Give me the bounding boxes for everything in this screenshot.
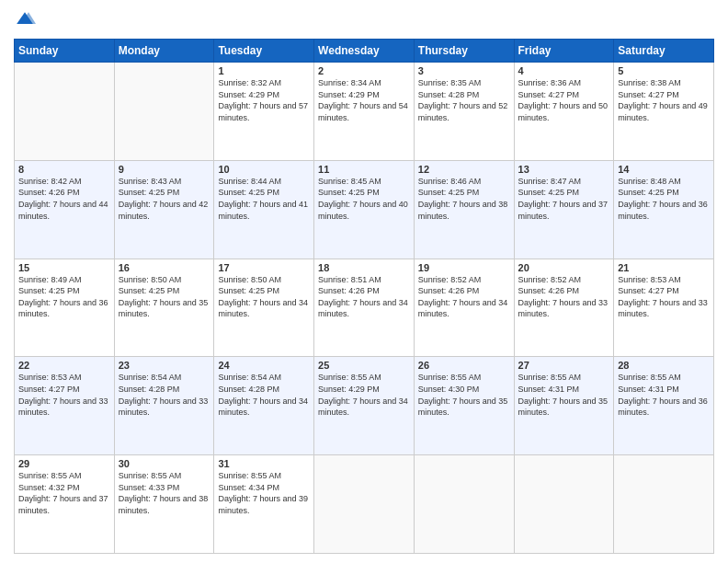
- day-number: 23: [119, 360, 210, 371]
- calendar-cell: 10Sunrise: 8:44 AMSunset: 4:25 PMDayligh…: [214, 160, 314, 259]
- day-number: 8: [18, 164, 110, 175]
- day-number: 9: [119, 164, 210, 175]
- day-number: 13: [518, 164, 610, 175]
- day-number: 15: [18, 262, 110, 273]
- day-number: 3: [418, 65, 510, 76]
- day-info: Sunrise: 8:55 AMSunset: 4:29 PMDaylight:…: [318, 372, 410, 418]
- calendar-cell: 24Sunrise: 8:54 AMSunset: 4:28 PMDayligh…: [214, 357, 314, 455]
- day-number: 27: [518, 360, 610, 371]
- logo: [14, 9, 40, 31]
- day-number: 16: [119, 262, 210, 273]
- day-info: Sunrise: 8:38 AMSunset: 4:27 PMDaylight:…: [618, 77, 710, 123]
- header: [14, 9, 714, 31]
- calendar-cell: 14Sunrise: 8:48 AMSunset: 4:25 PMDayligh…: [614, 160, 714, 259]
- calendar-cell: 11Sunrise: 8:45 AMSunset: 4:25 PMDayligh…: [314, 160, 415, 259]
- day-info: Sunrise: 8:35 AMSunset: 4:28 PMDaylight:…: [418, 77, 510, 123]
- day-number: 14: [618, 164, 710, 175]
- day-info: Sunrise: 8:50 AMSunset: 4:25 PMDaylight:…: [218, 274, 310, 320]
- day-header-tuesday: Tuesday: [214, 40, 314, 63]
- calendar-cell: 17Sunrise: 8:50 AMSunset: 4:25 PMDayligh…: [214, 259, 314, 357]
- calendar-cell: 27Sunrise: 8:55 AMSunset: 4:31 PMDayligh…: [514, 357, 614, 455]
- day-number: 4: [518, 65, 610, 76]
- calendar-cell: 22Sunrise: 8:53 AMSunset: 4:27 PMDayligh…: [15, 357, 115, 455]
- week-row-1: 1Sunrise: 8:32 AMSunset: 4:29 PMDaylight…: [15, 63, 714, 161]
- calendar-cell: 26Sunrise: 8:55 AMSunset: 4:30 PMDayligh…: [414, 357, 514, 455]
- calendar-cell: 12Sunrise: 8:46 AMSunset: 4:25 PMDayligh…: [414, 160, 514, 259]
- day-info: Sunrise: 8:42 AMSunset: 4:26 PMDaylight:…: [18, 176, 110, 222]
- calendar-cell: 28Sunrise: 8:55 AMSunset: 4:31 PMDayligh…: [614, 357, 714, 455]
- calendar-cell: 2Sunrise: 8:34 AMSunset: 4:29 PMDaylight…: [314, 63, 415, 161]
- day-number: 21: [618, 262, 710, 273]
- day-number: 30: [119, 458, 210, 469]
- day-info: Sunrise: 8:54 AMSunset: 4:28 PMDaylight:…: [218, 372, 310, 418]
- day-info: Sunrise: 8:46 AMSunset: 4:25 PMDaylight:…: [418, 176, 510, 222]
- day-number: 25: [318, 360, 410, 371]
- day-number: 12: [418, 164, 510, 175]
- calendar-cell: 19Sunrise: 8:52 AMSunset: 4:26 PMDayligh…: [414, 259, 514, 357]
- calendar-cell: 15Sunrise: 8:49 AMSunset: 4:25 PMDayligh…: [15, 259, 115, 357]
- day-info: Sunrise: 8:52 AMSunset: 4:26 PMDaylight:…: [418, 274, 510, 320]
- page: SundayMondayTuesdayWednesdayThursdayFrid…: [0, 0, 728, 563]
- day-info: Sunrise: 8:43 AMSunset: 4:25 PMDaylight:…: [119, 176, 210, 222]
- calendar-cell: 20Sunrise: 8:52 AMSunset: 4:26 PMDayligh…: [514, 259, 614, 357]
- day-info: Sunrise: 8:48 AMSunset: 4:25 PMDaylight:…: [618, 176, 710, 222]
- week-row-4: 22Sunrise: 8:53 AMSunset: 4:27 PMDayligh…: [15, 357, 714, 455]
- day-number: 17: [218, 262, 310, 273]
- day-info: Sunrise: 8:55 AMSunset: 4:31 PMDaylight:…: [618, 372, 710, 418]
- day-header-friday: Friday: [514, 40, 614, 63]
- day-info: Sunrise: 8:55 AMSunset: 4:32 PMDaylight:…: [18, 470, 110, 516]
- logo-icon: [14, 9, 36, 31]
- calendar-cell: 21Sunrise: 8:53 AMSunset: 4:27 PMDayligh…: [614, 259, 714, 357]
- day-info: Sunrise: 8:49 AMSunset: 4:25 PMDaylight:…: [18, 274, 110, 320]
- day-info: Sunrise: 8:55 AMSunset: 4:33 PMDaylight:…: [119, 470, 210, 516]
- calendar-cell: 23Sunrise: 8:54 AMSunset: 4:28 PMDayligh…: [114, 357, 214, 455]
- day-info: Sunrise: 8:44 AMSunset: 4:25 PMDaylight:…: [218, 176, 310, 222]
- calendar-cell: 16Sunrise: 8:50 AMSunset: 4:25 PMDayligh…: [114, 259, 214, 357]
- calendar-cell: [614, 455, 714, 554]
- week-row-5: 29Sunrise: 8:55 AMSunset: 4:32 PMDayligh…: [15, 455, 714, 554]
- day-info: Sunrise: 8:34 AMSunset: 4:29 PMDaylight:…: [318, 77, 410, 123]
- day-header-monday: Monday: [114, 40, 214, 63]
- calendar-cell: 8Sunrise: 8:42 AMSunset: 4:26 PMDaylight…: [15, 160, 115, 259]
- calendar-cell: 18Sunrise: 8:51 AMSunset: 4:26 PMDayligh…: [314, 259, 415, 357]
- day-header-wednesday: Wednesday: [314, 40, 415, 63]
- day-number: 10: [218, 164, 310, 175]
- day-number: 1: [218, 65, 310, 76]
- day-info: Sunrise: 8:53 AMSunset: 4:27 PMDaylight:…: [18, 372, 110, 418]
- calendar-body: 1Sunrise: 8:32 AMSunset: 4:29 PMDaylight…: [15, 63, 714, 554]
- day-info: Sunrise: 8:47 AMSunset: 4:25 PMDaylight:…: [518, 176, 610, 222]
- calendar-cell: [114, 63, 214, 161]
- calendar-table: SundayMondayTuesdayWednesdayThursdayFrid…: [14, 39, 714, 554]
- day-info: Sunrise: 8:51 AMSunset: 4:26 PMDaylight:…: [318, 274, 410, 320]
- day-number: 2: [318, 65, 410, 76]
- day-number: 26: [418, 360, 510, 371]
- day-number: 24: [218, 360, 310, 371]
- calendar-cell: [15, 63, 115, 161]
- day-number: 29: [18, 458, 110, 469]
- calendar-cell: 13Sunrise: 8:47 AMSunset: 4:25 PMDayligh…: [514, 160, 614, 259]
- calendar-cell: 1Sunrise: 8:32 AMSunset: 4:29 PMDaylight…: [214, 63, 314, 161]
- day-number: 20: [518, 262, 610, 273]
- calendar-cell: [314, 455, 415, 554]
- calendar-cell: [414, 455, 514, 554]
- day-info: Sunrise: 8:55 AMSunset: 4:34 PMDaylight:…: [218, 470, 310, 516]
- day-info: Sunrise: 8:32 AMSunset: 4:29 PMDaylight:…: [218, 77, 310, 123]
- calendar-cell: 9Sunrise: 8:43 AMSunset: 4:25 PMDaylight…: [114, 160, 214, 259]
- day-info: Sunrise: 8:55 AMSunset: 4:31 PMDaylight:…: [518, 372, 610, 418]
- calendar-cell: 30Sunrise: 8:55 AMSunset: 4:33 PMDayligh…: [114, 455, 214, 554]
- day-info: Sunrise: 8:53 AMSunset: 4:27 PMDaylight:…: [618, 274, 710, 320]
- day-of-week-header-row: SundayMondayTuesdayWednesdayThursdayFrid…: [15, 40, 714, 63]
- calendar-cell: 5Sunrise: 8:38 AMSunset: 4:27 PMDaylight…: [614, 63, 714, 161]
- day-info: Sunrise: 8:55 AMSunset: 4:30 PMDaylight:…: [418, 372, 510, 418]
- day-info: Sunrise: 8:54 AMSunset: 4:28 PMDaylight:…: [119, 372, 210, 418]
- week-row-3: 15Sunrise: 8:49 AMSunset: 4:25 PMDayligh…: [15, 259, 714, 357]
- day-number: 19: [418, 262, 510, 273]
- day-header-thursday: Thursday: [414, 40, 514, 63]
- day-info: Sunrise: 8:52 AMSunset: 4:26 PMDaylight:…: [518, 274, 610, 320]
- day-info: Sunrise: 8:45 AMSunset: 4:25 PMDaylight:…: [318, 176, 410, 222]
- calendar-cell: 3Sunrise: 8:35 AMSunset: 4:28 PMDaylight…: [414, 63, 514, 161]
- calendar-cell: 29Sunrise: 8:55 AMSunset: 4:32 PMDayligh…: [15, 455, 115, 554]
- day-info: Sunrise: 8:50 AMSunset: 4:25 PMDaylight:…: [119, 274, 210, 320]
- day-number: 5: [618, 65, 710, 76]
- day-info: Sunrise: 8:36 AMSunset: 4:27 PMDaylight:…: [518, 77, 610, 123]
